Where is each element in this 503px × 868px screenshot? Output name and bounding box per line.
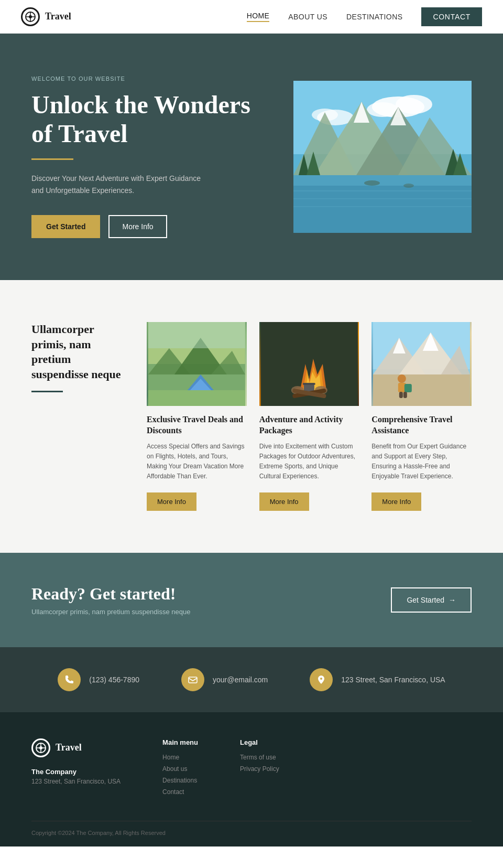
nav-destinations[interactable]: DESTINATIONS <box>346 13 402 21</box>
hero-text-block: WELCOME TO OUR WEBSITE Unlock the Wonder… <box>31 76 252 238</box>
card-desc-2: Dive into Excitement with Custom Package… <box>259 442 359 482</box>
footer: Travel The Company 123 Street, San Franc… <box>0 712 503 846</box>
features-header: Ullamcorper primis, nam pretium suspendi… <box>31 322 126 392</box>
card-title-1: Exclusive Travel Deals and Discounts <box>147 414 247 436</box>
cta-get-started-button[interactable]: Get Started → <box>391 587 472 613</box>
cta-title: Ready? Get started! <box>31 584 190 604</box>
arrow-icon: → <box>449 596 456 604</box>
hero-get-started-button[interactable]: Get Started <box>31 215 100 238</box>
navbar: Travel HOME ABOUT US DESTINATIONS CONTAC… <box>0 0 503 34</box>
footer-divider <box>31 821 472 821</box>
svg-point-26 <box>364 180 380 186</box>
footer-logo-icon <box>31 738 50 757</box>
cta-subtitle: Ullamcorper primis, nam pretium suspendi… <box>31 608 190 616</box>
card-desc-1: Access Special Offers and Savings on Fli… <box>147 442 247 482</box>
feature-card-2: Adventure and Activity Packages Dive int… <box>259 322 359 510</box>
card-more-info-1[interactable]: More Info <box>147 492 196 511</box>
nav-links: HOME ABOUT US DESTINATIONS CONTACT <box>247 7 482 26</box>
hero-description: Discover Your Next Adventure with Expert… <box>31 173 210 196</box>
svg-rect-44 <box>303 383 315 385</box>
card-title-2: Adventure and Activity Packages <box>259 414 359 436</box>
svg-rect-59 <box>404 384 412 392</box>
contact-location: 123 Street, San Francisco, USA <box>310 668 445 691</box>
footer-menu-home[interactable]: Home <box>162 754 198 761</box>
svg-rect-61 <box>403 392 407 398</box>
svg-rect-62 <box>189 677 197 683</box>
location-icon <box>310 668 333 691</box>
email-icon <box>181 668 204 691</box>
features-cards: Exclusive Travel Deals and Discounts Acc… <box>147 322 472 510</box>
nav-home[interactable]: HOME <box>247 12 270 22</box>
svg-point-27 <box>403 184 414 188</box>
card-title-3: Comprehensive Travel Assistance <box>371 414 472 436</box>
email-address: your@email.com <box>213 676 268 684</box>
card-image-3 <box>371 322 472 406</box>
hero-label: WELCOME TO OUR WEBSITE <box>31 76 252 82</box>
hero-image <box>293 81 472 233</box>
footer-company-name: The Company <box>31 768 121 776</box>
footer-privacy[interactable]: Privacy Policy <box>240 765 279 773</box>
feature-card-3: Comprehensive Travel Assistance Benefit … <box>371 322 472 510</box>
footer-logo-text: Travel <box>56 742 82 753</box>
hero-section: WELCOME TO OUR WEBSITE Unlock the Wonder… <box>0 34 503 280</box>
footer-brand: Travel The Company 123 Street, San Franc… <box>31 738 121 800</box>
logo-icon <box>21 7 40 26</box>
features-section: Ullamcorper primis, nam pretium suspendi… <box>0 280 503 552</box>
footer-company-address: 123 Street, San Francisco, USA <box>31 778 121 785</box>
svg-rect-60 <box>399 392 403 398</box>
footer-menu-title: Main menu <box>162 738 198 746</box>
cta-btn-label: Get Started <box>407 596 444 604</box>
cta-text: Ready? Get started! Ullamcorper primis, … <box>31 584 190 616</box>
footer-menu-destinations[interactable]: Destinations <box>162 777 198 784</box>
contact-phone: (123) 456-7890 <box>58 668 139 691</box>
phone-number: (123) 456-7890 <box>89 676 139 684</box>
card-more-info-2[interactable]: More Info <box>259 492 309 511</box>
card-desc-3: Benefit from Our Expert Guidance and Sup… <box>371 442 472 482</box>
cta-section: Ready? Get started! Ullamcorper primis, … <box>0 553 503 647</box>
nav-contact-button[interactable]: CONTACT <box>421 7 482 26</box>
logo[interactable]: Travel <box>21 7 71 26</box>
contact-email: your@email.com <box>181 668 268 691</box>
card-image-2 <box>259 322 359 406</box>
card-more-info-3[interactable]: More Info <box>371 492 421 511</box>
footer-legal-title: Legal <box>240 738 279 746</box>
footer-menu-about[interactable]: About us <box>162 765 198 773</box>
feature-card-1: Exclusive Travel Deals and Discounts Acc… <box>147 322 247 510</box>
hero-title: Unlock the Wonders of Travel <box>31 90 252 148</box>
features-divider <box>31 391 63 392</box>
features-inner: Ullamcorper primis, nam pretium suspendi… <box>31 322 472 510</box>
svg-rect-35 <box>148 390 245 406</box>
footer-legal-col: Legal Terms of use Privacy Policy <box>240 738 279 800</box>
footer-logo: Travel <box>31 738 121 757</box>
footer-terms[interactable]: Terms of use <box>240 754 279 761</box>
nav-about[interactable]: ABOUT US <box>288 13 327 21</box>
footer-menu-col: Main menu Home About us Destinations Con… <box>162 738 198 800</box>
footer-copyright: Copyright ©2024 The Company, All Rights … <box>31 830 472 836</box>
svg-rect-36 <box>148 322 245 348</box>
hero-buttons: Get Started More Info <box>31 215 252 238</box>
hero-divider <box>31 158 73 160</box>
physical-address: 123 Street, San Francisco, USA <box>341 676 445 684</box>
svg-rect-18 <box>293 186 472 233</box>
features-title: Ullamcorper primis, nam pretium suspendi… <box>31 322 126 382</box>
card-image-1 <box>147 322 247 406</box>
footer-menu-contact[interactable]: Contact <box>162 788 198 796</box>
contact-info-bar: (123) 456-7890 your@email.com 123 Street… <box>0 647 503 712</box>
svg-rect-56 <box>373 374 470 406</box>
logo-text: Travel <box>45 11 71 22</box>
svg-point-7 <box>396 95 432 114</box>
hero-more-info-button[interactable]: More Info <box>108 215 167 238</box>
svg-point-57 <box>398 374 406 383</box>
phone-icon <box>58 668 81 691</box>
footer-top: Travel The Company 123 Street, San Franc… <box>31 738 472 800</box>
